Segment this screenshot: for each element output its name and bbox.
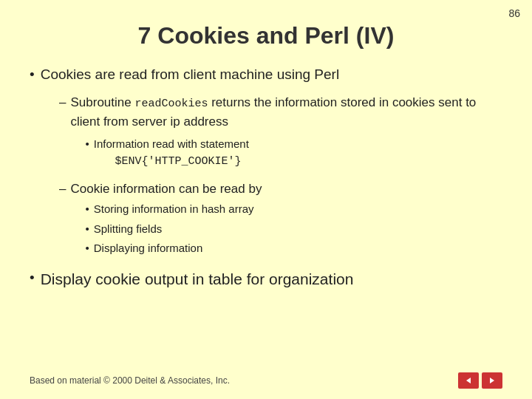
sub-sub-bullet-1-2-2: • Splitting fields: [85, 221, 502, 238]
slide: 86 7 Cookies and Perl (IV) • Cookies are…: [0, 0, 532, 399]
sub-sub-bullet-1-2-1-text: Storing information in hash array: [94, 201, 254, 218]
dot-1-1-1: •: [85, 136, 89, 153]
nav-buttons: [458, 372, 502, 389]
dot-1-2-3: •: [85, 240, 89, 257]
sub-sub-bullet-1-2-3-text: Displaying information: [94, 240, 203, 257]
bullet-1-text: Cookies are read from client machine usi…: [41, 64, 339, 86]
sub-sub-bullet-1-1-1: • Information read with statement: [85, 136, 502, 153]
sub-sub-bullet-1-2-3: • Displaying information: [85, 240, 502, 257]
svg-marker-0: [466, 378, 471, 383]
sub-bullet-1-1-content: Subroutine readCookies returns the infor…: [70, 93, 502, 174]
footer-text: Based on material © 2000 Deitel & Associ…: [30, 375, 230, 386]
next-button[interactable]: [482, 372, 502, 389]
footer: Based on material © 2000 Deitel & Associ…: [0, 372, 532, 389]
prev-icon: [465, 377, 472, 384]
sub-bullet-1-2-text: Cookie information can be read by: [70, 182, 262, 196]
bullet-symbol-2: •: [30, 267, 35, 289]
svg-marker-1: [490, 378, 494, 383]
dot-1-2-2: •: [85, 221, 89, 238]
bullet-symbol-1: •: [30, 64, 35, 86]
sub-bullet-1-1-text-before: Subroutine: [70, 95, 134, 109]
prev-button[interactable]: [458, 372, 479, 389]
code-block-http-cookie: $ENV{'HTTP_COOKIE'}: [115, 154, 502, 171]
dash-1-1: –: [59, 93, 66, 112]
sub-sub-bullet-1-1-1-text: Information read with statement: [94, 136, 249, 153]
bullet-1: • Cookies are read from client machine u…: [30, 64, 502, 86]
sub-bullet-1-1: – Subroutine readCookies returns the inf…: [59, 93, 502, 174]
sub-bullet-1-2-content: Cookie information can be read by • Stor…: [70, 180, 502, 259]
sub-bullet-1-1-code: readCookies: [134, 98, 208, 110]
page-number: 86: [508, 7, 520, 19]
next-icon: [488, 377, 496, 384]
sub-sub-bullet-1-2-1: • Storing information in hash array: [85, 201, 502, 218]
dash-1-2: –: [59, 180, 66, 199]
sub-bullet-1-2: – Cookie information can be read by • St…: [59, 180, 502, 259]
dot-1-2-1: •: [85, 201, 89, 218]
bullet-2-text: Display cookie output in table for organ…: [41, 267, 354, 291]
sub-sub-bullet-1-2-2-text: Splitting fields: [94, 221, 163, 238]
slide-content: • Cookies are read from client machine u…: [30, 64, 502, 290]
slide-title: 7 Cookies and Perl (IV): [30, 22, 502, 50]
bullet-2: • Display cookie output in table for org…: [30, 267, 502, 291]
